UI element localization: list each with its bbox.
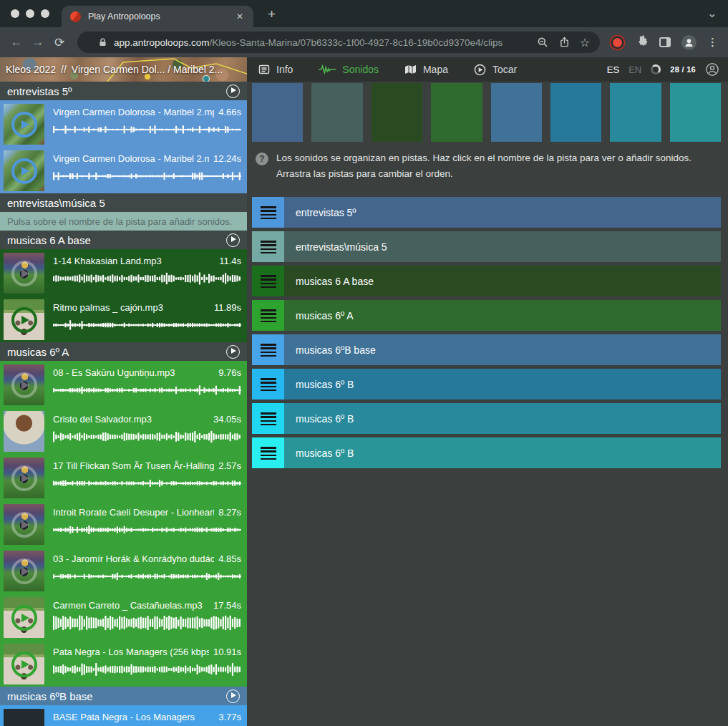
track-play-button[interactable] bbox=[226, 233, 240, 247]
clip[interactable]: BASE Pata Negra - Los Managers3.77s bbox=[0, 705, 247, 726]
clip-thumbnail bbox=[4, 299, 44, 340]
new-tab-button[interactable]: + bbox=[268, 7, 276, 21]
track-drag-handle[interactable] bbox=[252, 266, 284, 296]
track-color-swatch[interactable] bbox=[431, 83, 482, 142]
account-icon[interactable] bbox=[705, 62, 719, 77]
recording-indicator-icon[interactable] bbox=[613, 38, 622, 47]
language-es-button[interactable]: ES bbox=[607, 64, 619, 75]
clip-title-row: Cristo del Salvador.mp334.05s bbox=[53, 414, 241, 425]
window-minimize-button[interactable] bbox=[26, 9, 34, 18]
track-color-swatch[interactable] bbox=[491, 83, 542, 142]
track-row[interactable]: musicas 6 A base bbox=[252, 266, 721, 296]
zoom-icon[interactable] bbox=[537, 37, 548, 48]
track-play-button[interactable] bbox=[226, 689, 240, 703]
track-row-name[interactable]: entrevistas\música 5 bbox=[284, 231, 721, 262]
track-row-name[interactable]: musicas 6º A bbox=[284, 300, 721, 331]
track-drag-handle[interactable] bbox=[252, 334, 284, 365]
clip[interactable]: 03 - Jaromír Horák & Konrádyho dudácká .… bbox=[0, 547, 247, 594]
clip[interactable]: 1-14 Khakasian Land.mp311.4s bbox=[0, 249, 247, 296]
track-header[interactable]: musicas 6 A base bbox=[0, 231, 247, 249]
bookmark-star-icon[interactable]: ☆ bbox=[580, 36, 590, 49]
clip[interactable]: Carmen Carreto _ Castañuelas.mp317.54s bbox=[0, 594, 247, 640]
clip-play-overlay[interactable] bbox=[4, 504, 44, 545]
track-header[interactable]: entrevistas 5º bbox=[0, 82, 247, 100]
track-drag-handle[interactable] bbox=[252, 231, 284, 262]
track-color-swatch[interactable] bbox=[670, 83, 721, 142]
tab-close-icon[interactable]: ✕ bbox=[235, 11, 245, 21]
clip-play-overlay[interactable] bbox=[4, 597, 44, 638]
track-header[interactable]: musicas 6º A bbox=[0, 342, 247, 361]
clip[interactable]: Ritmo palmas _ cajón.mp311.89s bbox=[0, 296, 247, 342]
track-drag-handle[interactable] bbox=[252, 403, 284, 434]
clip-waveform bbox=[53, 429, 241, 445]
clip-duration: 3.77s bbox=[218, 712, 241, 722]
clip-filename: 03 - Jaromír Horák & Konrádyho dudácká .… bbox=[53, 553, 214, 564]
track-row-name[interactable]: musicas 6º B bbox=[284, 403, 721, 434]
track-row[interactable]: musicas 6º A bbox=[252, 300, 721, 331]
clip[interactable]: Virgen Carmen Dolorosa - Maribel 2.mp34.… bbox=[0, 100, 247, 147]
track-row[interactable]: entrevistas\música 5 bbox=[252, 231, 721, 262]
clip-play-overlay[interactable] bbox=[4, 551, 44, 591]
browser-tab[interactable]: Play Antropoloops ✕ bbox=[62, 6, 253, 27]
track-row[interactable]: musicas 6ºB base bbox=[252, 334, 721, 365]
clip-play-overlay[interactable] bbox=[4, 150, 44, 191]
track-play-button[interactable] bbox=[226, 84, 240, 98]
track-row-name[interactable]: musicas 6ºB base bbox=[284, 334, 721, 365]
profile-avatar[interactable] bbox=[681, 35, 697, 50]
track-header[interactable]: musicas 6ºB base bbox=[0, 687, 247, 705]
breadcrumb-path[interactable]: Virgen Carmen Dol... / Maribel 2... bbox=[72, 64, 223, 75]
clip[interactable]: 08 - Es Sakūru Uguntiņu.mp39.76s bbox=[0, 361, 247, 407]
track-color-swatch[interactable] bbox=[252, 83, 303, 142]
track-row[interactable]: musicas 6º B bbox=[252, 437, 721, 468]
language-en-button[interactable]: EN bbox=[628, 64, 641, 75]
track-play-button[interactable] bbox=[226, 345, 240, 359]
tab-search-chevron-icon[interactable]: ⌄ bbox=[707, 7, 717, 20]
back-button[interactable]: ← bbox=[6, 35, 27, 49]
track-row[interactable]: musicas 6º B bbox=[252, 403, 721, 434]
side-panel-icon[interactable] bbox=[659, 37, 671, 47]
browser-menu-icon[interactable]: ⋮ bbox=[707, 36, 718, 49]
nav-tab-mapa[interactable]: Mapa bbox=[404, 64, 448, 75]
track-row[interactable]: musicas 6º B bbox=[252, 369, 721, 400]
track-drag-handle[interactable] bbox=[252, 300, 284, 331]
window-close-button[interactable] bbox=[11, 9, 19, 18]
nav-tab-sonidos[interactable]: Sonidos bbox=[319, 64, 379, 75]
nav-tab-tocar[interactable]: Tocar bbox=[474, 64, 517, 76]
track-row[interactable]: entrevistas 5º bbox=[252, 197, 721, 228]
track-drag-handle[interactable] bbox=[252, 437, 284, 468]
track-row-name[interactable]: musicas 6 A base bbox=[284, 266, 721, 296]
nav-tab-info[interactable]: Info bbox=[258, 64, 293, 75]
track-color-swatch[interactable] bbox=[610, 83, 661, 142]
clip[interactable]: Pata Negra - Los Managers (256 kbps).mp3… bbox=[0, 640, 247, 687]
share-icon[interactable] bbox=[559, 37, 570, 48]
extensions-puzzle-icon[interactable] bbox=[636, 35, 649, 50]
clip-play-overlay[interactable] bbox=[4, 299, 44, 340]
clip-play-overlay[interactable] bbox=[4, 458, 44, 498]
address-bar[interactable]: app.antropoloops.com /Kleos-Santa-Marina… bbox=[77, 32, 600, 53]
track-color-swatch[interactable] bbox=[372, 83, 422, 142]
clip-play-overlay[interactable] bbox=[4, 104, 44, 145]
track-drag-handle[interactable] bbox=[252, 197, 284, 228]
track-row-name[interactable]: entrevistas 5º bbox=[284, 197, 721, 228]
map-icon bbox=[404, 64, 417, 75]
question-icon: ? bbox=[256, 153, 268, 165]
track-color-swatch[interactable] bbox=[550, 83, 601, 142]
breadcrumb-project[interactable]: Kleos 2022 bbox=[6, 64, 56, 75]
clip-title-row: Virgen Carmen Dolorosa - Maribel 2.mp34.… bbox=[53, 107, 241, 117]
breadcrumb[interactable]: Kleos 2022 // Virgen Carmen Dol... / Mar… bbox=[0, 57, 247, 82]
track-row-name[interactable]: musicas 6º B bbox=[284, 369, 721, 400]
track-drag-handle[interactable] bbox=[252, 369, 284, 400]
clip[interactable]: Introit Rorate Caeli Desuper - Lionheart… bbox=[0, 500, 247, 547]
forward-button[interactable]: → bbox=[27, 35, 49, 49]
reload-button[interactable]: ⟳ bbox=[49, 35, 70, 50]
track-row-name[interactable]: musicas 6º B bbox=[284, 437, 721, 468]
clip-play-overlay[interactable] bbox=[4, 253, 44, 294]
window-zoom-button[interactable] bbox=[41, 9, 49, 18]
clip-play-overlay[interactable] bbox=[4, 364, 44, 405]
clip[interactable]: 17 Till Flickan Som Är Tusen År-Halling … bbox=[0, 454, 247, 500]
track-header[interactable]: entrevistas\música 5 bbox=[0, 193, 247, 212]
clip[interactable]: Cristo del Salvador.mp334.05s bbox=[0, 407, 247, 454]
clip-play-overlay[interactable] bbox=[4, 644, 44, 684]
clip[interactable]: Virgen Carmen Dolorosa - Maribel 2.mp312… bbox=[0, 147, 247, 193]
track-color-swatch[interactable] bbox=[311, 83, 362, 142]
